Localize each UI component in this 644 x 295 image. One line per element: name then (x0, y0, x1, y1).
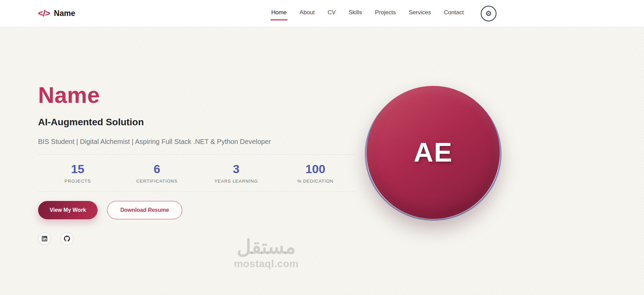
hero-title: Name (38, 82, 355, 108)
avatar: AE (367, 86, 500, 219)
stat-years-learning: 3 YEARS LEARNING (197, 162, 276, 184)
main-nav: Home About CV Skills Projects Services C… (271, 6, 496, 21)
stat-label: % DEDICATION (276, 179, 355, 184)
stat-label: YEARS LEARNING (197, 179, 276, 184)
nav-item-contact[interactable]: Contact (443, 6, 464, 20)
nav-item-skills[interactable]: Skills (348, 6, 363, 20)
stat-label: CERTIFICATIONS (117, 179, 197, 184)
cta-row: View My Work Download Resume (38, 201, 355, 219)
portfolio-landing-page: </> Name Home About CV Skills Projects S… (0, 0, 644, 295)
hero-content: Name AI-Augmented Solution BIS Student |… (38, 77, 355, 245)
linkedin-button[interactable] (38, 232, 51, 245)
logo[interactable]: </> Name (38, 8, 75, 19)
social-links (38, 232, 355, 245)
hero-tagline: BIS Student | Digital Alchemist | Aspiri… (38, 138, 355, 146)
view-my-work-button[interactable]: View My Work (38, 201, 98, 219)
stat-value: 3 (197, 162, 276, 176)
stat-certifications: 6 CERTIFICATIONS (117, 162, 197, 184)
navbar: </> Name Home About CV Skills Projects S… (0, 0, 644, 27)
logo-text: Name (54, 9, 75, 18)
gear-icon: ⚙ (486, 10, 492, 17)
nav-item-services[interactable]: Services (408, 6, 431, 20)
stats-row: 15 PROJECTS 6 CERTIFICATIONS 3 YEARS LEA… (38, 155, 355, 191)
stat-dedication: 100 % DEDICATION (276, 162, 355, 184)
stat-value: 6 (117, 162, 197, 176)
hero-section: Name AI-Augmented Solution BIS Student |… (0, 27, 644, 295)
navbar-inner: </> Name Home About CV Skills Projects S… (38, 0, 496, 27)
code-logo-icon: </> (38, 8, 50, 19)
nav-item-about[interactable]: About (299, 6, 315, 20)
nav-item-projects[interactable]: Projects (374, 6, 396, 20)
avatar-circle: AE (367, 86, 500, 219)
hero-inner: Name AI-Augmented Solution BIS Student |… (38, 27, 500, 295)
nav-item-home[interactable]: Home (271, 6, 287, 20)
theme-toggle-button[interactable]: ⚙ (481, 6, 496, 21)
linkedin-icon (42, 236, 47, 241)
avatar-initials: AE (413, 137, 453, 168)
stat-value: 15 (38, 162, 117, 176)
stat-value: 100 (276, 162, 355, 176)
divider-bottom (38, 191, 355, 191)
stat-label: PROJECTS (38, 179, 117, 184)
github-icon (64, 236, 70, 242)
stat-projects: 15 PROJECTS (38, 162, 117, 184)
github-button[interactable] (61, 232, 73, 245)
nav-item-cv[interactable]: CV (327, 6, 337, 20)
download-resume-button[interactable]: Download Resume (107, 201, 182, 219)
hero-subtitle: AI-Augmented Solution (38, 117, 355, 128)
